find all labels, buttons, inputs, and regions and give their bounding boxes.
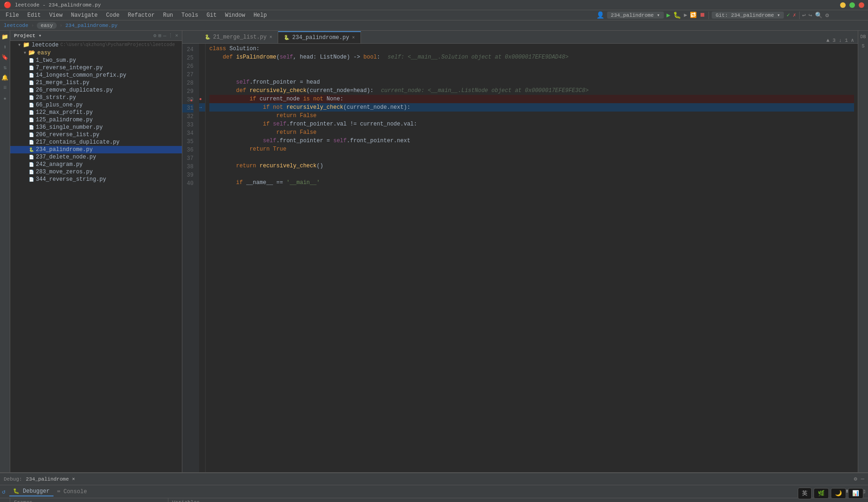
tree-file-14[interactable]: 📄 237_delete_node.py <box>10 153 182 161</box>
debug-content: ▶ ⏹ 🔇 ⚙ 📌 📷 ∞ Frames ▾ MainThread ▲ ▼ <box>0 498 868 502</box>
tree-file-13[interactable]: 🐍 234_palindrome.py <box>10 146 182 153</box>
tab-console[interactable]: ⌨ Console <box>53 488 91 496</box>
tray-btn-2[interactable]: 🌙 <box>831 488 846 499</box>
tree-file-1[interactable]: 📄 1_two_sum.py <box>10 57 182 64</box>
undo-button[interactable]: ↩ <box>802 12 806 19</box>
tree-file-6[interactable]: 📄 28_strstr.py <box>10 94 182 101</box>
code-line-29: def recursively_check(current_node=head)… <box>209 86 854 95</box>
project-label: Project ▾ <box>14 33 41 39</box>
project-options-icon[interactable]: ⋮ <box>168 33 173 39</box>
search-everywhere-button[interactable]: 🔍 <box>815 12 822 19</box>
tray-btn-0[interactable]: 英 <box>798 488 812 499</box>
sidebar-icon-notifications[interactable]: 🔔 <box>1 73 9 82</box>
tab-234-palindrome-close[interactable]: × <box>352 35 355 40</box>
tab-21-merge[interactable]: 🐍 21_merge_list.py × <box>199 31 278 43</box>
menu-window[interactable]: Window <box>221 11 249 20</box>
tree-file-15[interactable]: 📄 242_anagram.py <box>10 161 182 168</box>
root-expand-icon: ▾ <box>18 41 21 48</box>
nav-sep: › <box>31 23 34 28</box>
nav-file[interactable]: 234_palindrome.py <box>65 23 117 28</box>
git-x-icon[interactable]: ✗ <box>793 12 796 19</box>
project-panel: Project ▾ ⚙ ⊞ — ⋮ × ▾ 📁 leetcode C:\User… <box>10 31 182 472</box>
menu-navigate[interactable]: Navigate <box>67 11 101 20</box>
code-line-38: return recursively_check() <box>209 162 854 170</box>
menu-run[interactable]: Run <box>159 11 177 20</box>
tree-file-3[interactable]: 📄 14_longest_common_prefix.py <box>10 72 182 79</box>
tree-file-7[interactable]: 📄 66_plus_one.py <box>10 101 182 109</box>
menu-file[interactable]: File <box>2 11 23 20</box>
tray-btn-3[interactable]: 📊 <box>848 488 863 499</box>
tree-file-11[interactable]: 📄 206_reverse_list.py <box>10 131 182 139</box>
code-line-25: def isPalindrome(self, head: ListNode) -… <box>209 53 854 61</box>
menu-refactor[interactable]: Refactor <box>124 11 159 20</box>
maximize-button[interactable] <box>849 2 855 8</box>
variables-panel: Variables ▾ ▣ current_node = {ListNode} … <box>168 498 868 502</box>
editor-info: ▲ 3 ↓ 1 ∧ <box>827 37 854 43</box>
tree-file-10[interactable]: 📄 136_single_number.py <box>10 124 182 131</box>
project-collapse-icon[interactable]: — <box>163 33 167 39</box>
minimize-button[interactable] <box>840 2 846 8</box>
tree-file-12[interactable]: 📄 217_contains_duplicate.py <box>10 139 182 146</box>
settings-button[interactable]: ⚙ <box>825 12 829 19</box>
coverage-button[interactable]: ▶ <box>684 12 687 19</box>
code-line-40: if __name__ == '__main__' <box>209 178 854 187</box>
menu-git[interactable]: Git <box>203 11 220 20</box>
debug-header: Debug: 234_palindrome × ⚙ — <box>0 473 868 485</box>
debug-settings-icon[interactable]: ⚙ <box>854 476 857 482</box>
git-check-icon[interactable]: ✓ <box>787 12 790 19</box>
right-icon-database[interactable]: DB <box>859 33 868 41</box>
tree-file-2[interactable]: 📄 7_reverse_integer.py <box>10 64 182 72</box>
tree-file-5[interactable]: 📄 26_remove_duplicates.py <box>10 86 182 94</box>
tab-21-merge-close[interactable]: × <box>269 35 272 40</box>
debug-rerun-icon[interactable]: ↺ <box>2 488 6 495</box>
run-config-selector[interactable]: 234_palindrome ▾ <box>607 12 664 19</box>
menu-view[interactable]: View <box>46 11 67 20</box>
code-line-30: if current_node is not None: <box>209 95 854 103</box>
run-button[interactable]: ▶ <box>667 11 670 19</box>
debug-run-button[interactable]: 🐛 <box>673 11 681 19</box>
tray-btn-1[interactable]: 🌿 <box>814 488 829 499</box>
sidebar-icon-favorites[interactable]: ★ <box>1 94 9 102</box>
redo-button[interactable]: ↪ <box>808 12 812 19</box>
sidebar-icon-structure[interactable]: ≡ <box>1 84 9 92</box>
folder-icon: 📁 <box>23 41 30 48</box>
menu-help[interactable]: Help <box>250 11 271 20</box>
account-icon[interactable]: 👤 <box>596 11 604 19</box>
sidebar-icon-bookmark[interactable]: 🔖 <box>1 53 9 61</box>
sidebar-icon-commit[interactable]: ⬆ <box>1 43 9 51</box>
profile-button[interactable]: 🔁 <box>690 12 697 19</box>
tab-debugger[interactable]: 🐛 Debugger <box>9 487 53 496</box>
sidebar-icon-project[interactable]: 📁 <box>1 33 9 41</box>
tab-21-merge-label: 21_merge_list.py <box>213 34 267 40</box>
code-line-37 <box>209 153 854 162</box>
project-close-icon[interactable]: × <box>175 33 178 39</box>
sidebar-icon-pullrequest[interactable]: ⇅ <box>1 63 9 72</box>
debug-minimize-icon[interactable]: — <box>861 476 864 482</box>
tree-file-8[interactable]: 📄 122_max_profit.py <box>10 109 182 116</box>
menu-edit[interactable]: Edit <box>24 11 45 20</box>
debug-session[interactable]: 234_palindrome × <box>26 476 75 482</box>
menu-code[interactable]: Code <box>102 11 123 20</box>
code-content[interactable]: class Solution: def isPalindrome(self, h… <box>206 44 858 472</box>
menu-tools[interactable]: Tools <box>178 11 202 20</box>
tree-file-9[interactable]: 📄 125_palindrome.py <box>10 116 182 124</box>
close-button[interactable] <box>859 2 864 8</box>
tab-234-palindrome[interactable]: 🐍 234_palindrome.py × <box>278 31 361 43</box>
code-line-32: return False <box>209 112 854 120</box>
root-label: leetcode <box>32 42 59 48</box>
git-selector[interactable]: Git: 234_palindrome ▾ <box>712 12 784 19</box>
tree-item-root[interactable]: ▾ 📁 leetcode C:\Users\qkzhong\PycharmPro… <box>10 41 182 49</box>
right-icon-sonar[interactable]: S <box>859 42 868 50</box>
code-editor: 2425262728 29 ● 30 31 3233343536 3738394… <box>182 44 858 472</box>
tree-file-16[interactable]: 📄 283_move_zeros.py <box>10 168 182 176</box>
debug-resume-icon[interactable]: ▶ <box>3 500 7 502</box>
editor-tabs: 🐍 21_merge_list.py × 🐍 234_palindrome.py… <box>182 31 858 44</box>
tree-folder-easy[interactable]: ▾ 📂 easy <box>10 49 182 57</box>
project-settings-icon[interactable]: ⚙ <box>154 33 157 39</box>
project-layout-icon[interactable]: ⊞ <box>158 33 161 39</box>
tree-file-4[interactable]: 📄 21_merge_list.py <box>10 79 182 86</box>
tree-file-17[interactable]: 📄 344_reverse_string.py <box>10 176 182 183</box>
nav-sep2: › <box>60 23 63 28</box>
stop-button[interactable]: ⏹ <box>700 12 706 19</box>
nav-project[interactable]: leetcode <box>4 23 28 28</box>
